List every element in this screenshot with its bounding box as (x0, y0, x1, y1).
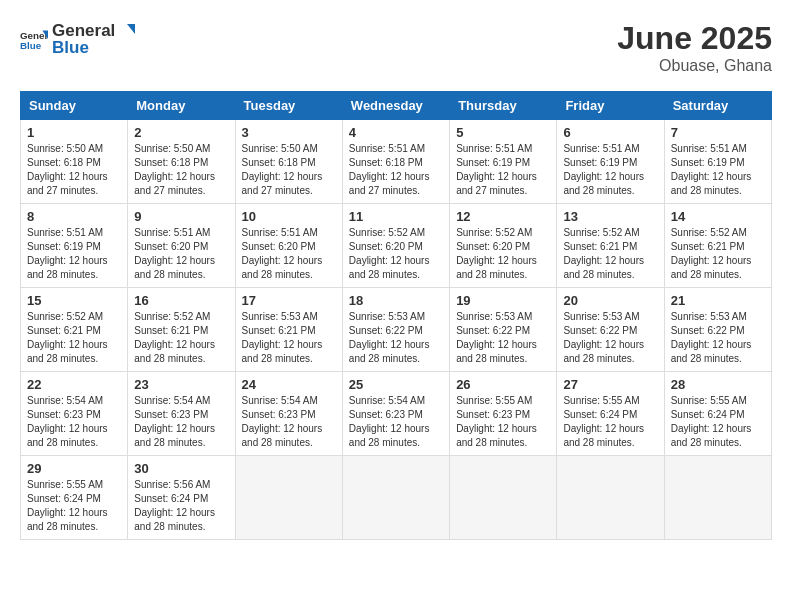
day-number: 22 (27, 377, 121, 392)
day-info: Sunrise: 5:53 AMSunset: 6:22 PMDaylight:… (563, 310, 657, 366)
day-info: Sunrise: 5:55 AMSunset: 6:24 PMDaylight:… (671, 394, 765, 450)
day-number: 25 (349, 377, 443, 392)
day-number: 12 (456, 209, 550, 224)
logo: General Blue General Blue (20, 20, 139, 58)
day-number: 3 (242, 125, 336, 140)
calendar-cell (342, 456, 449, 540)
day-number: 13 (563, 209, 657, 224)
day-info: Sunrise: 5:55 AMSunset: 6:24 PMDaylight:… (27, 478, 121, 534)
day-number: 27 (563, 377, 657, 392)
logo-icon: General Blue (20, 25, 48, 53)
calendar-cell: 11Sunrise: 5:52 AMSunset: 6:20 PMDayligh… (342, 204, 449, 288)
calendar-cell: 23Sunrise: 5:54 AMSunset: 6:23 PMDayligh… (128, 372, 235, 456)
day-info: Sunrise: 5:51 AMSunset: 6:19 PMDaylight:… (563, 142, 657, 198)
calendar-cell: 4Sunrise: 5:51 AMSunset: 6:18 PMDaylight… (342, 120, 449, 204)
day-number: 2 (134, 125, 228, 140)
day-info: Sunrise: 5:50 AMSunset: 6:18 PMDaylight:… (134, 142, 228, 198)
day-info: Sunrise: 5:50 AMSunset: 6:18 PMDaylight:… (27, 142, 121, 198)
day-number: 4 (349, 125, 443, 140)
month-year-title: June 2025 (617, 20, 772, 57)
calendar-cell: 17Sunrise: 5:53 AMSunset: 6:21 PMDayligh… (235, 288, 342, 372)
calendar-cell: 21Sunrise: 5:53 AMSunset: 6:22 PMDayligh… (664, 288, 771, 372)
day-info: Sunrise: 5:51 AMSunset: 6:20 PMDaylight:… (242, 226, 336, 282)
day-info: Sunrise: 5:50 AMSunset: 6:18 PMDaylight:… (242, 142, 336, 198)
col-header-thursday: Thursday (450, 92, 557, 120)
calendar-cell: 14Sunrise: 5:52 AMSunset: 6:21 PMDayligh… (664, 204, 771, 288)
day-info: Sunrise: 5:51 AMSunset: 6:19 PMDaylight:… (456, 142, 550, 198)
day-number: 30 (134, 461, 228, 476)
day-info: Sunrise: 5:54 AMSunset: 6:23 PMDaylight:… (27, 394, 121, 450)
day-number: 6 (563, 125, 657, 140)
day-info: Sunrise: 5:53 AMSunset: 6:22 PMDaylight:… (456, 310, 550, 366)
day-number: 10 (242, 209, 336, 224)
day-number: 1 (27, 125, 121, 140)
calendar-cell: 29Sunrise: 5:55 AMSunset: 6:24 PMDayligh… (21, 456, 128, 540)
day-number: 11 (349, 209, 443, 224)
day-number: 29 (27, 461, 121, 476)
day-number: 17 (242, 293, 336, 308)
calendar-cell: 2Sunrise: 5:50 AMSunset: 6:18 PMDaylight… (128, 120, 235, 204)
day-info: Sunrise: 5:51 AMSunset: 6:20 PMDaylight:… (134, 226, 228, 282)
day-info: Sunrise: 5:54 AMSunset: 6:23 PMDaylight:… (242, 394, 336, 450)
calendar-cell (557, 456, 664, 540)
calendar-cell (664, 456, 771, 540)
calendar-cell: 9Sunrise: 5:51 AMSunset: 6:20 PMDaylight… (128, 204, 235, 288)
calendar-cell: 16Sunrise: 5:52 AMSunset: 6:21 PMDayligh… (128, 288, 235, 372)
col-header-tuesday: Tuesday (235, 92, 342, 120)
day-info: Sunrise: 5:53 AMSunset: 6:22 PMDaylight:… (671, 310, 765, 366)
calendar-cell: 24Sunrise: 5:54 AMSunset: 6:23 PMDayligh… (235, 372, 342, 456)
calendar-cell: 6Sunrise: 5:51 AMSunset: 6:19 PMDaylight… (557, 120, 664, 204)
day-number: 16 (134, 293, 228, 308)
day-info: Sunrise: 5:52 AMSunset: 6:21 PMDaylight:… (563, 226, 657, 282)
location-title: Obuase, Ghana (617, 57, 772, 75)
day-number: 21 (671, 293, 765, 308)
calendar-cell: 15Sunrise: 5:52 AMSunset: 6:21 PMDayligh… (21, 288, 128, 372)
day-number: 26 (456, 377, 550, 392)
calendar-week-row: 15Sunrise: 5:52 AMSunset: 6:21 PMDayligh… (21, 288, 772, 372)
day-info: Sunrise: 5:52 AMSunset: 6:21 PMDaylight:… (134, 310, 228, 366)
day-number: 19 (456, 293, 550, 308)
col-header-saturday: Saturday (664, 92, 771, 120)
svg-text:Blue: Blue (20, 40, 42, 51)
svg-marker-3 (127, 24, 135, 34)
day-number: 24 (242, 377, 336, 392)
day-info: Sunrise: 5:54 AMSunset: 6:23 PMDaylight:… (134, 394, 228, 450)
calendar-cell: 22Sunrise: 5:54 AMSunset: 6:23 PMDayligh… (21, 372, 128, 456)
calendar-header-row: SundayMondayTuesdayWednesdayThursdayFrid… (21, 92, 772, 120)
day-info: Sunrise: 5:51 AMSunset: 6:19 PMDaylight:… (671, 142, 765, 198)
day-info: Sunrise: 5:52 AMSunset: 6:21 PMDaylight:… (671, 226, 765, 282)
day-number: 20 (563, 293, 657, 308)
day-info: Sunrise: 5:51 AMSunset: 6:18 PMDaylight:… (349, 142, 443, 198)
calendar-week-row: 1Sunrise: 5:50 AMSunset: 6:18 PMDaylight… (21, 120, 772, 204)
day-number: 23 (134, 377, 228, 392)
day-info: Sunrise: 5:51 AMSunset: 6:19 PMDaylight:… (27, 226, 121, 282)
day-info: Sunrise: 5:54 AMSunset: 6:23 PMDaylight:… (349, 394, 443, 450)
col-header-friday: Friday (557, 92, 664, 120)
col-header-monday: Monday (128, 92, 235, 120)
day-info: Sunrise: 5:55 AMSunset: 6:23 PMDaylight:… (456, 394, 550, 450)
calendar-table: SundayMondayTuesdayWednesdayThursdayFrid… (20, 91, 772, 540)
calendar-cell: 1Sunrise: 5:50 AMSunset: 6:18 PMDaylight… (21, 120, 128, 204)
day-info: Sunrise: 5:52 AMSunset: 6:20 PMDaylight:… (456, 226, 550, 282)
calendar-cell: 8Sunrise: 5:51 AMSunset: 6:19 PMDaylight… (21, 204, 128, 288)
day-number: 28 (671, 377, 765, 392)
day-number: 7 (671, 125, 765, 140)
calendar-cell: 10Sunrise: 5:51 AMSunset: 6:20 PMDayligh… (235, 204, 342, 288)
day-number: 15 (27, 293, 121, 308)
calendar-cell: 25Sunrise: 5:54 AMSunset: 6:23 PMDayligh… (342, 372, 449, 456)
col-header-sunday: Sunday (21, 92, 128, 120)
calendar-cell (235, 456, 342, 540)
day-info: Sunrise: 5:56 AMSunset: 6:24 PMDaylight:… (134, 478, 228, 534)
calendar-week-row: 8Sunrise: 5:51 AMSunset: 6:19 PMDaylight… (21, 204, 772, 288)
day-info: Sunrise: 5:53 AMSunset: 6:22 PMDaylight:… (349, 310, 443, 366)
day-info: Sunrise: 5:53 AMSunset: 6:21 PMDaylight:… (242, 310, 336, 366)
calendar-cell: 27Sunrise: 5:55 AMSunset: 6:24 PMDayligh… (557, 372, 664, 456)
day-info: Sunrise: 5:52 AMSunset: 6:21 PMDaylight:… (27, 310, 121, 366)
day-info: Sunrise: 5:52 AMSunset: 6:20 PMDaylight:… (349, 226, 443, 282)
calendar-cell: 30Sunrise: 5:56 AMSunset: 6:24 PMDayligh… (128, 456, 235, 540)
calendar-cell: 18Sunrise: 5:53 AMSunset: 6:22 PMDayligh… (342, 288, 449, 372)
day-info: Sunrise: 5:55 AMSunset: 6:24 PMDaylight:… (563, 394, 657, 450)
calendar-cell: 28Sunrise: 5:55 AMSunset: 6:24 PMDayligh… (664, 372, 771, 456)
calendar-cell: 20Sunrise: 5:53 AMSunset: 6:22 PMDayligh… (557, 288, 664, 372)
day-number: 8 (27, 209, 121, 224)
